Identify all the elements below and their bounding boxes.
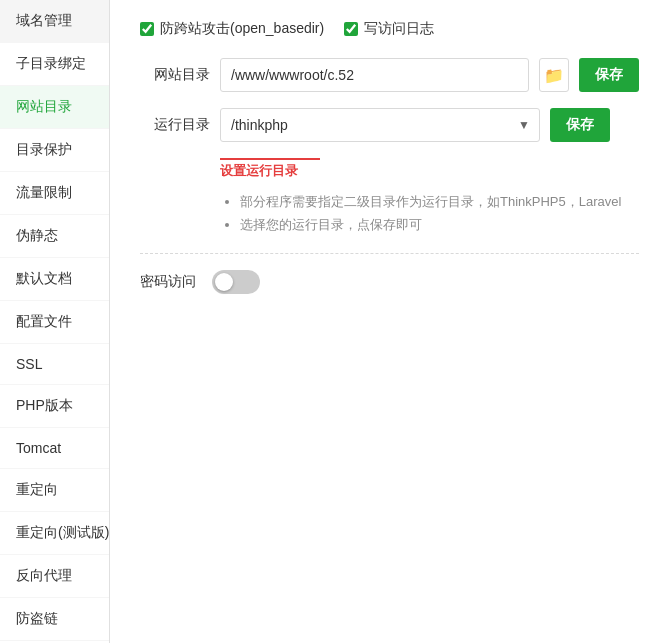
sidebar-item-subdir[interactable]: 子目录绑定 — [0, 43, 109, 86]
bullet-item-1: 部分程序需要指定二级目录作为运行目录，如ThinkPHP5，Laravel — [240, 190, 639, 213]
password-label: 密码访问 — [140, 273, 196, 291]
rundir-row: 运行目录 /thinkphp / ▼ 保存 — [140, 108, 639, 142]
openbasedir-label: 防跨站攻击(open_basedir) — [160, 20, 324, 38]
access-log-checkbox-label[interactable]: 写访问日志 — [344, 20, 434, 38]
sidebar-item-traffic[interactable]: 流量限制 — [0, 172, 109, 215]
sidebar-item-hotlink[interactable]: 防盗链 — [0, 598, 109, 641]
sidebar-item-tomcat[interactable]: Tomcat — [0, 428, 109, 469]
rundir-hint-text: 设置运行目录 — [220, 162, 639, 180]
password-toggle[interactable] — [212, 270, 260, 294]
openbasedir-checkbox[interactable] — [140, 22, 154, 36]
sidebar-item-ssl[interactable]: SSL — [0, 344, 109, 385]
sidebar-item-php-version[interactable]: PHP版本 — [0, 385, 109, 428]
webroot-input[interactable] — [220, 58, 529, 92]
rundir-select-wrapper: /thinkphp / ▼ — [220, 108, 540, 142]
password-row: 密码访问 — [140, 270, 639, 294]
webroot-save-button[interactable]: 保存 — [579, 58, 639, 92]
rundir-save-button[interactable]: 保存 — [550, 108, 610, 142]
sidebar-item-redirect-beta[interactable]: 重定向(测试版) — [0, 512, 109, 555]
section-divider — [140, 253, 639, 254]
webroot-row: 网站目录 📁 保存 — [140, 58, 639, 92]
sidebar-item-dirprotect[interactable]: 目录保护 — [0, 129, 109, 172]
bullet-item-2: 选择您的运行目录，点保存即可 — [240, 213, 639, 236]
rundir-select[interactable]: /thinkphp / — [220, 108, 540, 142]
sidebar-item-pseudo[interactable]: 伪静态 — [0, 215, 109, 258]
rundir-hint-container: 设置运行目录 — [220, 158, 639, 186]
folder-icon: 📁 — [544, 66, 564, 85]
main-content: 防跨站攻击(open_basedir) 写访问日志 网站目录 📁 保存 运行目录… — [110, 0, 669, 643]
sidebar: 域名管理 子目录绑定 网站目录 目录保护 流量限制 伪静态 默认文档 配置文件 … — [0, 0, 110, 643]
webroot-label: 网站目录 — [140, 66, 210, 84]
toggle-thumb — [215, 273, 233, 291]
folder-button[interactable]: 📁 — [539, 58, 569, 92]
sidebar-item-default-doc[interactable]: 默认文档 — [0, 258, 109, 301]
red-underline-decoration — [220, 158, 320, 160]
sidebar-item-reverse-proxy[interactable]: 反向代理 — [0, 555, 109, 598]
openbasedir-checkbox-label[interactable]: 防跨站攻击(open_basedir) — [140, 20, 324, 38]
sidebar-item-redirect[interactable]: 重定向 — [0, 469, 109, 512]
access-log-label: 写访问日志 — [364, 20, 434, 38]
sidebar-item-domain[interactable]: 域名管理 — [0, 0, 109, 43]
checkbox-row: 防跨站攻击(open_basedir) 写访问日志 — [140, 20, 639, 38]
rundir-label: 运行目录 — [140, 116, 210, 134]
sidebar-item-config[interactable]: 配置文件 — [0, 301, 109, 344]
bullet-list: 部分程序需要指定二级目录作为运行目录，如ThinkPHP5，Laravel 选择… — [220, 190, 639, 237]
access-log-checkbox[interactable] — [344, 22, 358, 36]
sidebar-item-webroot[interactable]: 网站目录 — [0, 86, 109, 129]
